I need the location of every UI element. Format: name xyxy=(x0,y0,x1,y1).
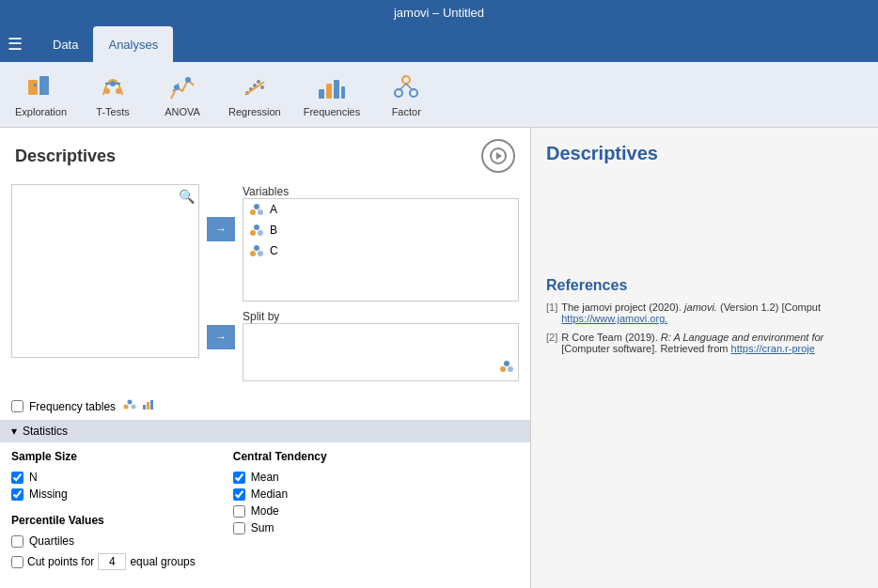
svg-point-7 xyxy=(174,85,180,90)
svg-line-22 xyxy=(400,84,406,89)
cut-points-checkbox[interactable] xyxy=(11,556,24,568)
menu-tab-analyses[interactable]: Analyses xyxy=(93,26,173,62)
frequency-tables-row: Frequency tables xyxy=(0,393,530,420)
svg-rect-42 xyxy=(150,400,153,410)
splitby-list xyxy=(243,323,519,381)
statistics-header-label: Statistics xyxy=(23,425,68,438)
title-text: jamovi – Untitled xyxy=(394,6,484,20)
factor-label: Factor xyxy=(392,106,421,117)
quartiles-label[interactable]: Quartiles xyxy=(29,534,74,548)
svg-point-29 xyxy=(250,230,256,236)
variable-icon-a xyxy=(249,202,264,217)
svg-point-27 xyxy=(258,209,263,215)
toolbar: Exploration T-Tests ANOVA xyxy=(0,62,878,128)
svg-point-28 xyxy=(254,224,259,230)
percentile-title: Percentile Values xyxy=(11,514,196,527)
ref-num-1: [1] xyxy=(546,302,557,324)
references-section: References [1] The jamovi project (2020)… xyxy=(546,277,863,354)
frequency-icon xyxy=(123,398,136,414)
exploration-icon xyxy=(26,72,56,102)
move-to-splitby-button[interactable]: → xyxy=(207,325,235,349)
menu-bar: ☰ Data Analyses xyxy=(0,26,878,62)
variable-item-c[interactable]: C xyxy=(243,240,518,261)
svg-point-26 xyxy=(250,209,256,215)
stat-missing: Missing xyxy=(11,487,196,501)
left-stats-column: Sample Size N Missing Percentile Values … xyxy=(11,450,196,570)
quartiles-checkbox[interactable] xyxy=(11,535,24,548)
run-button[interactable] xyxy=(481,139,515,173)
toolbar-ttests[interactable]: T-Tests xyxy=(89,72,136,117)
variables-list: A B xyxy=(243,198,519,302)
main-content: Descriptives 🔍 → → Variable xyxy=(0,128,878,588)
central-tendency-title: Central Tendency xyxy=(233,450,327,463)
variable-name-b: B xyxy=(270,224,277,237)
variable-name-a: A xyxy=(270,203,277,216)
frequency-tables-label[interactable]: Frequency tables xyxy=(29,398,155,414)
exploration-label: Exploration xyxy=(15,106,67,117)
sum-checkbox[interactable] xyxy=(233,522,245,534)
svg-rect-17 xyxy=(334,80,339,99)
svg-point-38 xyxy=(124,405,129,410)
toolbar-frequencies[interactable]: Frequencies xyxy=(304,72,361,117)
mode-label[interactable]: Mode xyxy=(251,504,279,518)
svg-rect-0 xyxy=(28,80,38,95)
search-icon[interactable]: 🔍 xyxy=(179,189,195,204)
toolbar-regression[interactable]: Regression xyxy=(228,72,281,117)
variable-item-a[interactable]: A xyxy=(243,199,518,220)
toolbar-anova[interactable]: ANOVA xyxy=(159,72,206,117)
mean-checkbox[interactable] xyxy=(233,472,245,484)
title-bar: jamovi – Untitled xyxy=(0,0,878,26)
cut-points-input[interactable]: 4 xyxy=(98,553,126,570)
variable-icon-b xyxy=(249,223,264,238)
svg-rect-18 xyxy=(341,86,345,99)
stat-n: N xyxy=(11,471,196,484)
mode-checkbox[interactable] xyxy=(233,505,245,518)
sample-size-title: Sample Size xyxy=(11,450,196,463)
stat-median: Median xyxy=(233,487,327,501)
statistics-header[interactable]: ▾ Statistics xyxy=(0,420,530,442)
svg-point-8 xyxy=(185,77,191,83)
cut-points-label[interactable]: Cut points for xyxy=(27,555,94,568)
svg-point-33 xyxy=(258,251,263,256)
results-title: Descriptives xyxy=(546,143,863,164)
svg-point-39 xyxy=(132,405,136,410)
svg-rect-1 xyxy=(39,76,49,95)
cut-points-suffix: equal groups xyxy=(130,555,195,568)
menu-tab-data[interactable]: Data xyxy=(38,26,93,62)
frequency-tables-checkbox[interactable] xyxy=(11,400,24,412)
median-label[interactable]: Median xyxy=(251,487,288,501)
n-label[interactable]: N xyxy=(29,471,38,484)
missing-checkbox[interactable] xyxy=(11,488,24,501)
n-checkbox[interactable] xyxy=(11,472,24,484)
toolbar-factor[interactable]: Factor xyxy=(383,72,430,117)
arrow-buttons: → → xyxy=(207,184,235,381)
variable-item-b[interactable]: B xyxy=(243,220,518,240)
ref-num-2: [2] xyxy=(546,332,557,354)
svg-rect-2 xyxy=(34,84,37,86)
references-title: References xyxy=(546,277,863,294)
ref-link-1[interactable]: https://www.jamovi.org. xyxy=(561,313,667,324)
svg-point-6 xyxy=(116,88,121,94)
regression-icon xyxy=(240,72,270,102)
reference-item-2: [2] R Core Team (2019). R: A Language an… xyxy=(546,332,863,354)
variables-section: 🔍 → → Variables xyxy=(0,184,530,393)
chevron-down-icon: ▾ xyxy=(11,425,17,438)
hamburger-menu[interactable]: ☰ xyxy=(8,34,23,54)
anova-label: ANOVA xyxy=(165,106,200,117)
move-to-variables-button[interactable]: → xyxy=(207,217,235,241)
missing-label[interactable]: Missing xyxy=(29,487,68,501)
svg-point-4 xyxy=(110,81,116,86)
median-checkbox[interactable] xyxy=(233,488,245,501)
variables-label: Variables A xyxy=(243,184,519,302)
sum-label[interactable]: Sum xyxy=(251,521,274,534)
mean-label[interactable]: Mean xyxy=(251,471,279,484)
splitby-section: Split by xyxy=(243,309,519,381)
svg-point-25 xyxy=(254,204,259,209)
svg-point-31 xyxy=(254,245,259,251)
ref-link-2[interactable]: https://cran.r-proje xyxy=(731,343,815,354)
right-boxes: Variables A xyxy=(243,184,519,381)
stat-quartiles: Quartiles xyxy=(11,534,196,548)
toolbar-exploration[interactable]: Exploration xyxy=(15,72,67,117)
splitby-icon xyxy=(499,359,514,377)
svg-rect-40 xyxy=(143,405,146,410)
